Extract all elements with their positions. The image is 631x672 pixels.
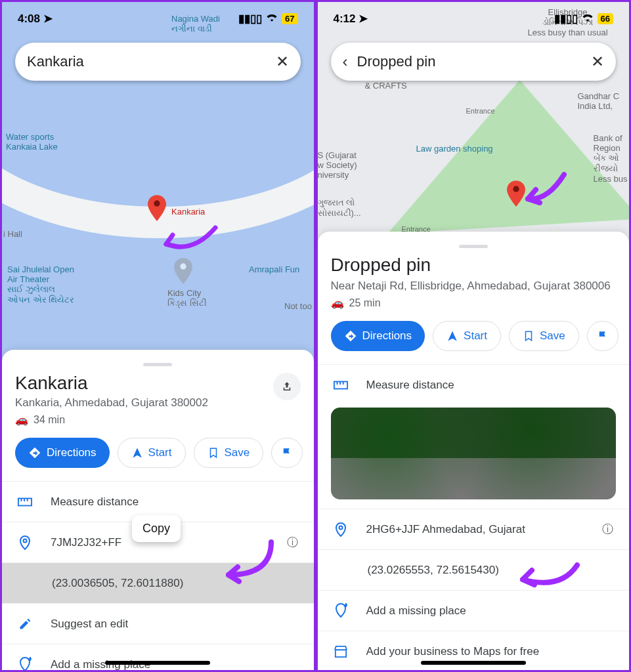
map-label: Law garden shoping <box>416 144 493 154</box>
place-title: Dropped pin <box>331 255 617 276</box>
car-icon: 🚗 <box>331 297 344 309</box>
copy-tooltip[interactable]: Copy <box>132 515 181 542</box>
measure-distance-row[interactable]: Measure distance <box>318 364 630 405</box>
map-label: S (Gujarat w Society) niversity <box>318 150 357 180</box>
clear-icon[interactable]: ✕ <box>591 52 604 71</box>
map-label: Amrapali Fun <box>249 264 299 274</box>
map-label: ગુજરાત લો સોસાયટી)... <box>318 198 361 219</box>
map-label: Nagina Wadi નગીના વાડી <box>171 14 220 34</box>
store-icon <box>334 645 348 658</box>
map-label: Not too <box>284 301 312 311</box>
map-label: Entrance <box>466 107 495 115</box>
pencil-icon <box>18 618 32 631</box>
pluscode-icon <box>334 522 348 537</box>
sheet-grip[interactable] <box>143 363 172 366</box>
home-indicator <box>105 661 210 665</box>
search-query[interactable]: Kankaria <box>27 53 267 70</box>
svg-point-6 <box>339 526 342 529</box>
bookmark-icon <box>523 330 534 342</box>
add-place-icon <box>18 657 32 673</box>
map-label: & CRAFTS <box>365 81 407 91</box>
flag-button[interactable] <box>271 438 303 468</box>
start-button[interactable]: Start <box>118 438 186 468</box>
map-pin-secondary-icon <box>174 258 192 284</box>
share-icon <box>281 381 293 392</box>
ruler-icon <box>334 381 348 390</box>
back-icon[interactable]: ‹ <box>343 52 348 71</box>
map-label: i Hall <box>3 229 22 239</box>
search-query[interactable]: Dropped pin <box>357 53 582 70</box>
streetview-preview[interactable] <box>331 408 617 499</box>
map-label: Water sports Kankaia Lake <box>6 132 58 152</box>
info-icon[interactable]: ⓘ <box>287 535 298 550</box>
save-button[interactable]: Save <box>194 438 264 468</box>
navigate-icon <box>446 330 458 342</box>
plus-code-row[interactable]: 2HG6+JJF Ahmedabad, Gujarat ⓘ <box>318 509 630 549</box>
share-button[interactable] <box>273 373 301 400</box>
phone-left: Nagina Wadi નગીના વાડી Water sports Kank… <box>0 0 316 672</box>
search-bar[interactable]: Kankaria ✕ <box>15 43 301 81</box>
map-pin-icon[interactable] <box>507 180 525 207</box>
place-subtitle: Near Netaji Rd, Ellisbridge, Ahmedabad, … <box>331 276 617 293</box>
svg-point-3 <box>24 539 27 542</box>
map-label: Kids City કિડ્સ સિટી <box>167 288 207 308</box>
ruler-icon <box>18 497 32 507</box>
directions-icon <box>344 329 357 343</box>
place-subtitle: Kankaria, Ahmedabad, Gujarat 380002 <box>15 394 265 410</box>
place-sheet: Dropped pin Near Netaji Rd, Ellisbridge,… <box>318 232 630 670</box>
drive-time: 🚗25 min <box>331 293 617 309</box>
map-pin-icon[interactable] <box>148 195 166 221</box>
add-missing-place-row[interactable]: Add a missing place <box>318 590 630 631</box>
directions-icon <box>28 446 41 459</box>
flag-icon <box>597 330 609 342</box>
add-missing-place-row[interactable]: Add a missing place <box>2 644 314 672</box>
info-icon[interactable]: ⓘ <box>602 522 613 537</box>
place-sheet: Kankaria Kankaria, Ahmedabad, Gujarat 38… <box>2 350 314 670</box>
suggest-edit-row[interactable]: Suggest an edit <box>2 603 314 644</box>
home-indicator <box>421 661 526 665</box>
start-button[interactable]: Start <box>433 321 501 351</box>
flag-icon <box>281 447 293 459</box>
directions-button[interactable]: Directions <box>15 438 110 468</box>
navigate-icon <box>131 447 143 459</box>
map-label: Ellisbridge ડોમિનોઝ પિઝા Less busy than … <box>528 7 608 37</box>
flag-button[interactable] <box>587 321 619 351</box>
svg-point-1 <box>180 263 186 269</box>
map-label: Gandhar C India Ltd, <box>578 91 620 111</box>
svg-point-0 <box>154 200 160 206</box>
car-icon: 🚗 <box>15 413 28 426</box>
search-bar[interactable]: ‹ Dropped pin ✕ <box>331 43 617 81</box>
coordinates-row[interactable]: (23.0265553, 72.5615430) <box>318 549 630 590</box>
add-business-row[interactable]: Add your business to Maps for free <box>318 631 630 671</box>
bookmark-icon <box>207 447 219 459</box>
svg-point-4 <box>513 186 519 192</box>
directions-button[interactable]: Directions <box>331 321 425 351</box>
pluscode-icon <box>18 536 32 550</box>
map-label: Sai Jhulelal Open Air Theater સાઈ ઝુલેલા… <box>7 264 74 305</box>
coordinates-row[interactable]: (23.0036505, 72.6011880) <box>2 562 314 603</box>
map-label: Bank of Region બેંક ઓ રીજયો Less bus <box>594 133 628 184</box>
phone-right: Ellisbridge ડોમિનોઝ પિઝા Less busy than … <box>316 0 632 672</box>
drive-time: 🚗34 min <box>15 410 265 426</box>
map-label-pin: Kankaria <box>171 207 205 217</box>
sheet-grip[interactable] <box>459 245 488 248</box>
clear-icon[interactable]: ✕ <box>276 52 289 71</box>
save-button[interactable]: Save <box>509 321 579 351</box>
add-place-icon <box>334 603 348 619</box>
place-title: Kankaria <box>15 373 265 394</box>
